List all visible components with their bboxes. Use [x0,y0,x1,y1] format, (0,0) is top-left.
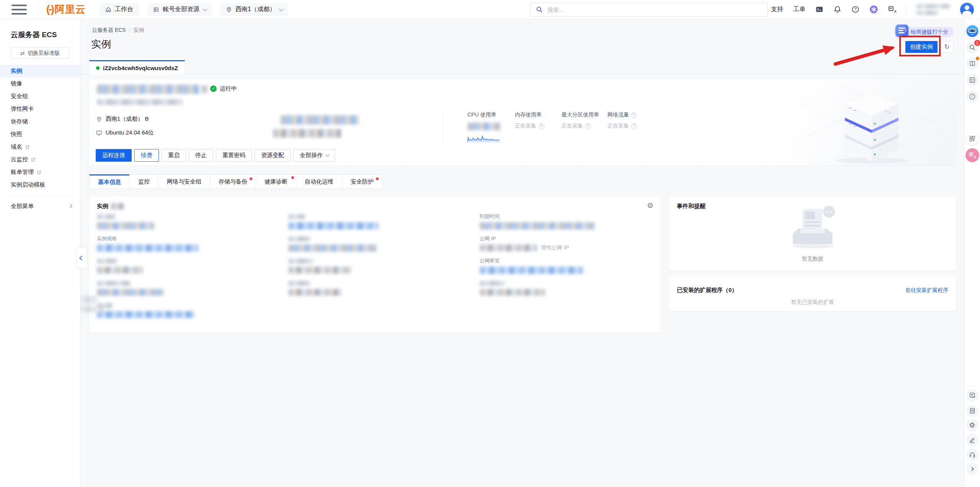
tab-storage-backup[interactable]: 存储与备份 [210,174,256,189]
redacted-value [480,267,583,274]
support-headset-icon[interactable] [966,448,978,461]
sidebar-item-block-storage[interactable]: 块存储 [0,115,80,128]
sidebar-title: 云服务器 ECS [11,30,80,40]
settings-gear-icon[interactable]: ⚙ [966,419,978,431]
stop-button[interactable]: 停止 [189,149,213,162]
redacted-value [480,222,595,230]
gear-icon[interactable] [647,201,653,210]
info-column-2 [288,213,468,302]
api-doc-icon[interactable]: API [966,405,978,417]
svg-text:中: 中 [889,7,892,10]
expire-time-label: 到期时间 [480,213,660,220]
sidebar-item-snapshots[interactable]: 快照 [0,128,80,141]
chevron-right-icon [68,204,72,208]
tab-network-security[interactable]: 网络与安全组 [158,174,210,189]
annotation-highlight-box [899,36,941,56]
help-icon[interactable]: ? [851,5,859,13]
svg-text:API: API [970,409,974,412]
external-link-icon [37,170,41,175]
help-icon[interactable] [539,123,544,129]
help-icon[interactable] [585,123,591,129]
resize-button[interactable]: 资源变配 [255,149,291,162]
os-row: Ubuntu 24.04 64位 [96,129,154,136]
install-extensions-link[interactable]: 前往安装扩展程序 [905,287,948,294]
alibaba-cloud-logo[interactable]: (-) 阿里云 [46,3,86,16]
help-icon[interactable] [631,123,637,129]
switch-to-standard-button[interactable]: ⇄ 切换至标准版 [11,48,70,59]
sidebar-item-images[interactable]: 镜像 [0,77,80,90]
global-search[interactable] [530,3,768,16]
sidebar-item-domains[interactable]: 域名 [0,141,80,153]
tab-health-diagnosis[interactable]: 健康诊断 [256,174,296,189]
swap-icon: ⇄ [20,50,25,56]
divider [37,0,37,19]
redacted-text [916,4,950,8]
breadcrumb-root[interactable]: 云服务器 ECS [92,27,126,33]
sidebar-item-enis[interactable]: 弹性网卡 [0,103,80,115]
translate-icon[interactable]: 中A [965,148,979,162]
check-circle-icon [210,85,217,92]
instance-overview-card: ECS 运行中 西南1（成都） B Ubuntu 24.04 64位 CPU 使… [89,79,956,166]
sidebar-item-billing[interactable]: 账单管理 [0,166,80,179]
tab-security-protection[interactable]: 安全防护 [342,174,382,189]
disk-usage-label: 最大分区使用率 [562,112,608,118]
reset-password-button[interactable]: 重置密码 [216,149,252,162]
sidebar-item-instances[interactable]: 实例 [0,65,80,77]
sidebar-item-cloudmonitor[interactable]: 云监控 [0,153,80,166]
nav-link-ticket[interactable]: 工单 [793,5,805,13]
sidebar-all-menu[interactable]: 全部菜单 [0,198,80,214]
checklist-icon[interactable] [966,74,978,86]
redacted-value [97,289,164,296]
workbench-button[interactable]: 工作台 [100,3,139,16]
instance-tab[interactable]: iZ2vcb4cwh5vqlcwusv0dsZ [89,60,185,74]
user-avatar[interactable] [960,3,974,16]
disk-collecting-text: 正在采集 [562,123,583,130]
location-pin-icon [96,116,102,122]
refresh-button[interactable] [940,41,954,53]
help-circle-icon[interactable]: ? [966,90,978,103]
docs-book-icon[interactable] [966,57,978,70]
tab-monitoring[interactable]: 监控 [129,174,158,189]
help-icon[interactable] [631,112,637,118]
tab-basic-info[interactable]: 基本信息 [89,174,130,189]
divider [967,386,977,387]
metric-network: 网络流量 正在采集 [608,112,657,143]
account-scope-selector[interactable]: 账号全部资源 [147,3,212,16]
sidebar-item-launch-templates[interactable]: 实例启动模板 [0,179,80,191]
redacted-label [480,281,505,286]
info-column-1: 实例规格 [97,213,277,325]
public-ip-label: 公网 IP [480,236,660,242]
chevron-left-icon [79,256,84,261]
ai-assistant-star-icon[interactable] [869,5,878,14]
collapse-rail-chevron-icon[interactable] [966,463,978,475]
grid-apps-icon[interactable] [966,133,978,145]
divider [80,74,964,74]
nav-link-support[interactable]: 支持 [771,5,783,13]
info-card-title: 实例 [97,203,124,210]
redacted-value [288,244,376,252]
metric-cpu: CPU 使用率 [467,112,515,143]
sidebar-menu: 实例 镜像 安全组 弹性网卡 块存储 快照 域名 云监控 账单管理 实例启动模板 [0,65,80,191]
remote-connect-button[interactable]: 远程连接 [96,149,132,162]
search-tool-icon[interactable]: 1 [966,41,978,54]
spec-redacted [281,115,359,125]
metric-memory: 内存使用率 正在采集 [515,112,562,143]
redacted-text [111,203,124,210]
redacted-text [916,11,938,15]
search-input[interactable] [547,7,754,13]
user-name-redacted[interactable] [916,4,950,15]
cloudshell-terminal-icon[interactable] [815,5,823,13]
tab-automation-ops[interactable]: 自动化运维 [296,174,342,189]
ai-robot-assistant-icon[interactable] [965,24,980,38]
all-operations-dropdown[interactable]: 全部操作 [293,149,335,162]
hamburger-menu-icon[interactable] [11,5,27,15]
sidebar-collapse-handle[interactable] [76,248,87,268]
notifications-bell-icon[interactable] [833,5,841,13]
language-toggle-icon[interactable]: 中A [888,5,896,13]
sidebar-item-security-groups[interactable]: 安全组 [0,90,80,103]
notes-doc-icon[interactable] [966,389,978,402]
renew-button[interactable]: 续费 [134,149,159,162]
reboot-button[interactable]: 重启 [162,149,186,162]
region-selector[interactable]: 西南1（成都） [220,3,288,16]
feedback-pencil-icon[interactable] [966,434,978,446]
